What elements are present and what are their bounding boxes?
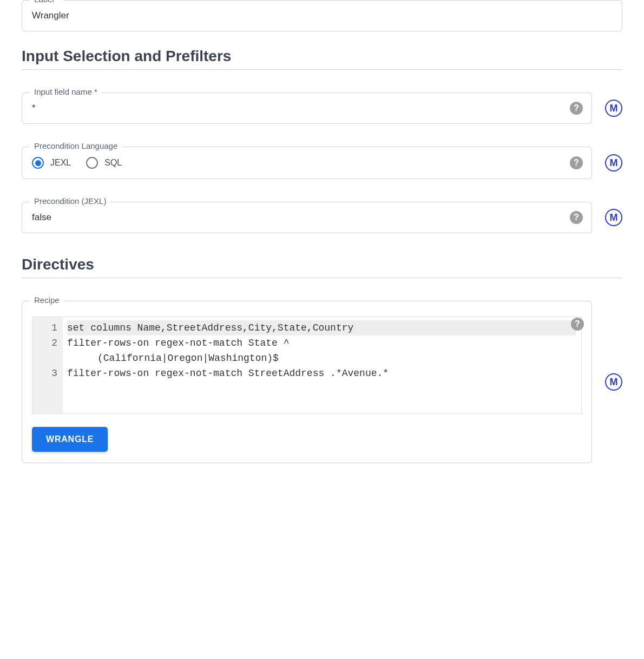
input-field-name-label: Input field name * <box>30 87 102 96</box>
recipe-editor-wrap: 12.3 set columns Name,StreetAddress,City… <box>32 317 582 414</box>
macro-icon[interactable]: M <box>605 154 622 172</box>
precondition-language-radio-group: JEXL SQL <box>32 155 570 171</box>
code-line[interactable]: set columns Name,StreetAddress,City,Stat… <box>67 320 576 335</box>
label-field-group: Label * <box>22 0 622 31</box>
code-gutter: 12.3 <box>32 317 63 413</box>
radio-label-sql: SQL <box>104 158 122 168</box>
precondition-jexl-group: Precondition (JEXL) ? <box>22 202 592 233</box>
recipe-group: Recipe 12.3 set columns Name,StreetAddre… <box>22 301 592 463</box>
radio-option-jexl[interactable]: JEXL <box>32 157 71 169</box>
input-selection-heading: Input Selection and Prefilters <box>22 48 622 65</box>
code-lines[interactable]: set columns Name,StreetAddress,City,Stat… <box>63 317 581 413</box>
radio-label-jexl: JEXL <box>50 158 71 168</box>
macro-icon[interactable]: M <box>605 373 622 391</box>
recipe-editor[interactable]: 12.3 set columns Name,StreetAddress,City… <box>32 317 582 414</box>
help-icon[interactable]: ? <box>570 211 583 224</box>
help-icon[interactable]: ? <box>571 318 584 331</box>
code-line[interactable]: (California|Oregon|Washington)$ <box>67 351 576 366</box>
code-line[interactable]: filter-rows-on regex-not-match StreetAdd… <box>67 366 576 381</box>
recipe-label: Recipe <box>30 295 64 305</box>
precondition-jexl-input[interactable] <box>32 210 570 225</box>
radio-dot <box>35 160 41 166</box>
code-line[interactable]: filter-rows-on regex-not-match State ^ <box>67 335 576 351</box>
section-divider <box>22 69 622 70</box>
precondition-jexl-label: Precondition (JEXL) <box>30 196 110 206</box>
label-input[interactable] <box>32 8 612 23</box>
precondition-language-group: Precondition Language JEXL SQL ? <box>22 147 592 179</box>
label-field-label: Label * <box>30 0 64 4</box>
radio-circle-unselected <box>86 157 98 169</box>
help-icon[interactable]: ? <box>570 156 583 169</box>
gutter-line: 3 <box>43 366 57 381</box>
macro-icon[interactable]: M <box>605 100 622 117</box>
input-field-name-group: Input field name * ? <box>22 93 592 124</box>
help-icon[interactable]: ? <box>570 102 583 115</box>
gutter-line: 1 <box>43 320 57 335</box>
directives-heading: Directives <box>22 256 622 273</box>
input-field-name-input[interactable] <box>32 101 570 116</box>
wrangle-button[interactable]: WRANGLE <box>32 427 108 452</box>
precondition-language-label: Precondition Language <box>30 141 122 150</box>
radio-option-sql[interactable]: SQL <box>86 157 122 169</box>
gutter-line: 2 <box>43 335 57 351</box>
macro-icon[interactable]: M <box>605 209 622 226</box>
radio-circle-selected <box>32 157 44 169</box>
section-divider <box>22 278 622 278</box>
